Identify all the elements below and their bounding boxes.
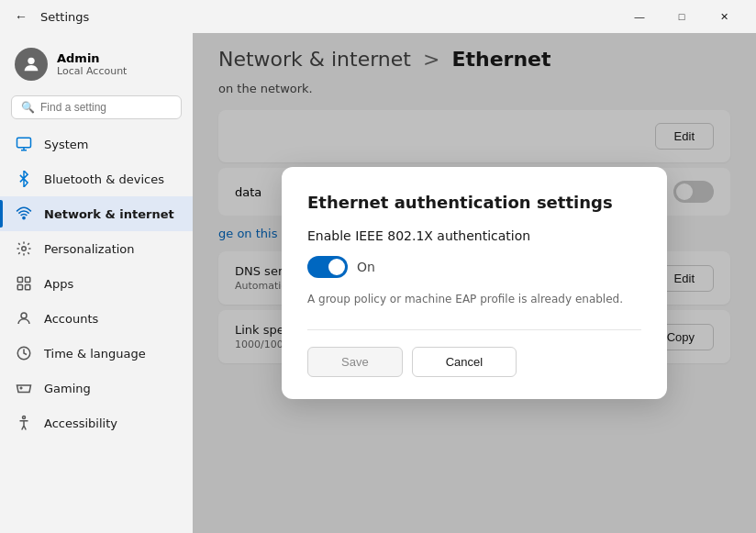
dialog-actions: Save Cancel xyxy=(307,347,641,377)
sidebar-item-personalization[interactable]: Personalization xyxy=(0,231,193,266)
dialog: Ethernet authentication settings Enable … xyxy=(282,167,667,399)
accounts-icon xyxy=(15,309,33,328)
search-icon: 🔍 xyxy=(21,101,35,114)
sidebar-label-accounts: Accounts xyxy=(44,312,98,326)
sidebar-label-accessibility: Accessibility xyxy=(44,416,117,430)
dialog-overlay: Ethernet authentication settings Enable … xyxy=(193,33,756,533)
sidebar-item-accessibility[interactable]: Accessibility xyxy=(0,405,193,440)
sidebar: Admin Local Account 🔍 System Bluetooth &… xyxy=(0,33,193,533)
svg-point-8 xyxy=(21,313,27,318)
content-area: Network & internet > Ethernet on the net… xyxy=(193,33,756,533)
apps-icon xyxy=(15,274,33,293)
sidebar-item-accounts[interactable]: Accounts xyxy=(0,301,193,336)
dialog-toggle[interactable] xyxy=(307,256,348,278)
time-icon xyxy=(15,344,33,362)
network-icon xyxy=(15,205,33,223)
svg-rect-1 xyxy=(17,138,31,148)
sidebar-label-network: Network & internet xyxy=(44,207,174,221)
svg-rect-7 xyxy=(26,285,30,290)
gaming-icon xyxy=(15,379,33,397)
svg-rect-6 xyxy=(17,285,22,290)
dialog-toggle-track xyxy=(307,256,348,278)
save-button[interactable]: Save xyxy=(307,347,403,377)
avatar xyxy=(15,48,48,81)
sidebar-label-bluetooth: Bluetooth & devices xyxy=(44,172,164,186)
dialog-title: Ethernet authentication settings xyxy=(307,193,641,212)
search-box[interactable]: 🔍 xyxy=(11,95,182,119)
svg-point-3 xyxy=(22,247,27,251)
sidebar-label-system: System xyxy=(44,138,88,151)
dialog-toggle-thumb xyxy=(328,259,345,275)
dialog-enable-row: Enable IEEE 802.1X authentication xyxy=(307,228,641,243)
dialog-toggle-label: On xyxy=(357,260,375,274)
close-button[interactable]: ✕ xyxy=(703,2,745,31)
dialog-enable-label: Enable IEEE 802.1X authentication xyxy=(307,228,530,243)
dialog-divider xyxy=(307,329,641,330)
accessibility-icon xyxy=(15,414,33,432)
svg-rect-4 xyxy=(17,277,22,282)
svg-point-0 xyxy=(28,58,34,64)
sidebar-item-bluetooth[interactable]: Bluetooth & devices xyxy=(0,161,193,196)
back-button[interactable]: ← xyxy=(11,6,31,28)
window-controls: — □ ✕ xyxy=(618,2,745,31)
dialog-toggle-row: On xyxy=(307,256,641,278)
sidebar-item-time[interactable]: Time & language xyxy=(0,336,193,371)
title-bar: ← Settings — □ ✕ xyxy=(0,0,756,33)
minimize-button[interactable]: — xyxy=(618,2,661,31)
system-icon xyxy=(15,135,33,153)
sidebar-label-time: Time & language xyxy=(44,347,146,361)
user-name: Admin xyxy=(57,51,127,65)
svg-point-10 xyxy=(23,416,26,419)
sidebar-item-apps[interactable]: Apps xyxy=(0,266,193,301)
svg-point-2 xyxy=(23,217,25,218)
user-section: Admin Local Account xyxy=(0,40,193,95)
svg-rect-5 xyxy=(26,277,30,282)
main-layout: Admin Local Account 🔍 System Bluetooth &… xyxy=(0,33,756,533)
sidebar-label-gaming: Gaming xyxy=(44,382,91,395)
sidebar-item-gaming[interactable]: Gaming xyxy=(0,371,193,405)
user-role: Local Account xyxy=(57,65,127,77)
maximize-button[interactable]: □ xyxy=(661,2,703,31)
user-info: Admin Local Account xyxy=(57,51,127,77)
search-input[interactable] xyxy=(40,101,172,114)
sidebar-label-personalization: Personalization xyxy=(44,242,135,256)
app-title: Settings xyxy=(40,10,89,24)
dialog-note: A group policy or machine EAP profile is… xyxy=(307,291,641,307)
sidebar-item-system[interactable]: System xyxy=(0,127,193,161)
sidebar-label-apps: Apps xyxy=(44,277,73,291)
personalization-icon xyxy=(15,239,33,258)
cancel-button[interactable]: Cancel xyxy=(412,347,517,377)
bluetooth-icon xyxy=(15,170,33,188)
sidebar-item-network[interactable]: Network & internet xyxy=(0,196,193,231)
